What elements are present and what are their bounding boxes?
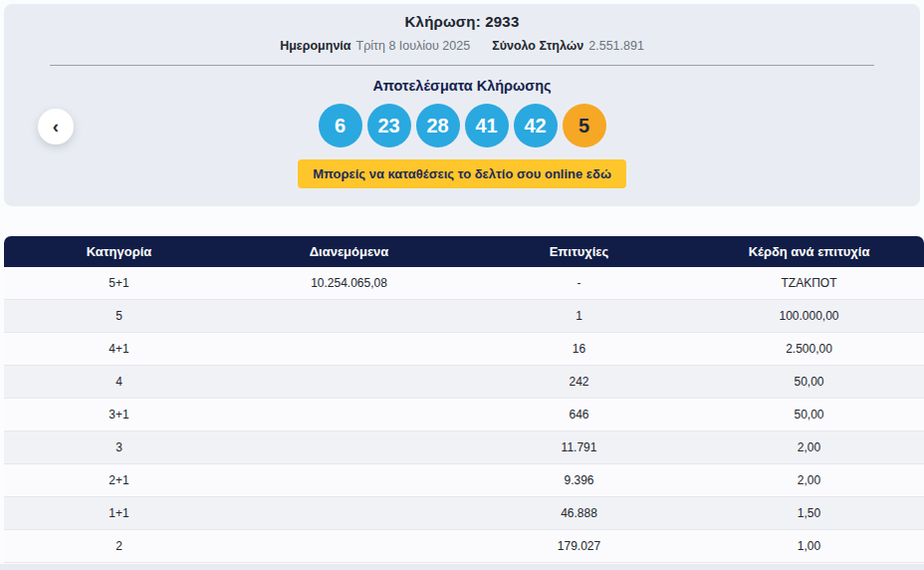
winning-number-ball: 23 (367, 104, 411, 147)
table-header-distributed: Διανεμόμενα (234, 244, 464, 259)
results-section-title: Αποτελέσματα Κλήρωσης (4, 78, 920, 94)
chevron-left-icon: ‹ (53, 117, 59, 136)
table-body: 5+110.254.065,08-ΤΖΑΚΠΟΤ51100.000,004+11… (4, 267, 924, 563)
draw-date-value: Τρίτη 8 Ιουλίου 2025 (356, 39, 471, 53)
table-row: 1+146.8881,50 (4, 497, 924, 530)
table-row: 2+19.3962,00 (4, 464, 924, 497)
winning-number-ball: 42 (514, 104, 558, 147)
table-header-prize-per-winner: Κέρδη ανά επιτυχία (694, 244, 924, 259)
table-row: 4+1162.500,00 (4, 333, 924, 366)
table-cell: 1 (464, 309, 694, 323)
table-cell: 646 (464, 408, 694, 422)
winning-number-ball: 6 (319, 104, 362, 147)
table-row: 5+110.254.065,08-ΤΖΑΚΠΟΤ (4, 267, 924, 300)
submit-ticket-online-button[interactable]: Μπορείς να καταθέσεις το δελτίο σου onli… (298, 159, 626, 188)
table-row: 2179.0271,00 (4, 530, 924, 563)
table-cell: 16 (464, 342, 694, 356)
table-row: 311.7912,00 (4, 431, 924, 464)
total-columns-label: Σύνολο Στηλών (492, 39, 583, 53)
table-cell: 2,00 (694, 440, 924, 454)
table-cell: 1,00 (694, 539, 924, 553)
table-cell: 10.254.065,08 (234, 276, 464, 290)
table-cell: 4+1 (4, 342, 234, 356)
table-cell: - (464, 276, 694, 290)
table-cell: 5+1 (4, 276, 234, 290)
page-bottom-strip (0, 564, 924, 570)
total-columns: Σύνολο Στηλών2.551.891 (492, 39, 644, 53)
table-cell: 4 (4, 375, 234, 389)
table-cell: 9.396 (464, 473, 694, 487)
table-cell: 5 (4, 309, 234, 323)
draw-meta: ΗμερομηνίαΤρίτη 8 Ιουλίου 2025 Σύνολο Στ… (4, 39, 920, 53)
table-cell: 3+1 (4, 408, 234, 422)
winning-number-ball: 28 (416, 104, 460, 147)
draw-summary-card: Κλήρωση: 2933 ΗμερομηνίαΤρίτη 8 Ιουλίου … (4, 4, 920, 206)
table-cell: 2+1 (4, 473, 234, 487)
header-divider (50, 65, 874, 66)
winning-number-ball: 41 (465, 104, 509, 147)
total-columns-value: 2.551.891 (588, 39, 644, 53)
table-row: 424250,00 (4, 366, 924, 399)
table-cell: 50,00 (694, 375, 924, 389)
table-cell: 242 (464, 375, 694, 389)
previous-draw-button[interactable]: ‹ (38, 109, 74, 144)
table-cell: 50,00 (694, 408, 924, 422)
table-cell: 2.500,00 (694, 342, 924, 356)
table-cell: 3 (4, 440, 234, 454)
table-cell: 100.000,00 (694, 309, 924, 323)
table-cell: 2 (4, 539, 234, 553)
table-row: 51100.000,00 (4, 300, 924, 333)
draw-date: ΗμερομηνίαΤρίτη 8 Ιουλίου 2025 (280, 39, 470, 53)
table-header-winners: Επιτυχίες (464, 244, 694, 259)
table-header-row: Κατηγορία Διανεμόμενα Επιτυχίες Κέρδη αν… (4, 236, 924, 267)
tzoker-results-page: Κλήρωση: 2933 ΗμερομηνίαΤρίτη 8 Ιουλίου … (0, 0, 924, 570)
table-cell: 2,00 (694, 473, 924, 487)
table-cell: 1+1 (4, 506, 234, 520)
draw-date-label: Ημερομηνία (280, 39, 350, 53)
winnings-table: Κατηγορία Διανεμόμενα Επιτυχίες Κέρδη αν… (4, 236, 924, 563)
table-cell: 1,50 (694, 506, 924, 520)
table-cell: 11.791 (464, 440, 694, 454)
joker-number-ball: 5 (563, 104, 606, 147)
table-cell: 179.027 (464, 539, 694, 553)
table-header-category: Κατηγορία (4, 244, 234, 259)
winning-numbers: 6232841425 (4, 104, 920, 147)
table-row: 3+164650,00 (4, 399, 924, 431)
table-cell: 46.888 (464, 506, 694, 520)
table-cell: ΤΖΑΚΠΟΤ (694, 276, 924, 290)
draw-title: Κλήρωση: 2933 (4, 4, 920, 30)
